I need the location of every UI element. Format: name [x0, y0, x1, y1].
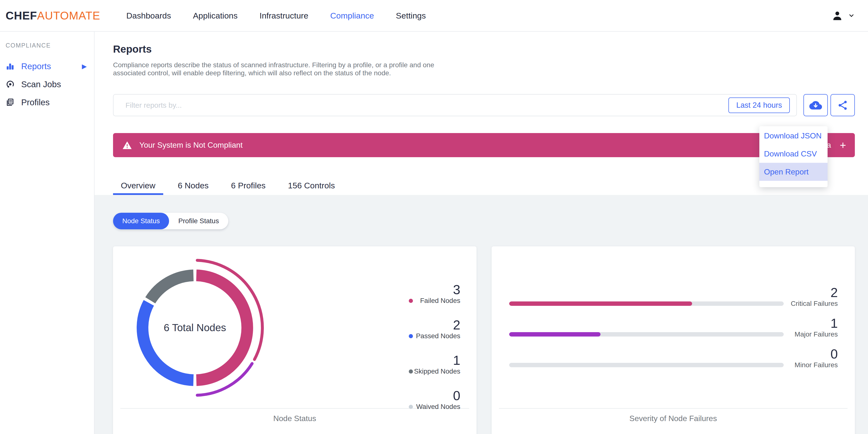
status-toggle: Node Status Profile Status — [113, 213, 228, 229]
menu-item-open-report[interactable]: Open Report — [760, 163, 828, 181]
download-report-button[interactable] — [803, 94, 828, 116]
sidebar-item-scan-jobs[interactable]: Scan Jobs — [6, 75, 94, 93]
filter-reports-input[interactable] — [125, 101, 728, 110]
reports-header-section: Reports Compliance reports describe the … — [95, 32, 868, 195]
failed-dot-icon — [409, 299, 413, 303]
overview-tab-content: Node Status Profile Status 6 Total Nodes… — [95, 195, 868, 434]
legend-item-skipped[interactable]: 1 Skipped Nodes — [409, 353, 460, 375]
critical-label: Critical Failures — [786, 300, 838, 308]
toggle-node-status[interactable]: Node Status — [113, 213, 169, 229]
logo-chef: CHEF — [6, 9, 37, 22]
page-description: Compliance reports describe the status o… — [113, 61, 447, 77]
legend-item-failed[interactable]: 3 Failed Nodes — [409, 282, 460, 305]
user-profile-icon — [831, 9, 844, 22]
waived-count: 0 — [409, 389, 460, 403]
top-navigation: Dashboards Applications Infrastructure C… — [116, 11, 437, 21]
sidebar-item-label: Reports — [21, 61, 51, 71]
nav-applications[interactable]: Applications — [182, 11, 248, 21]
tab-controls[interactable]: 156 Controls — [280, 176, 343, 195]
plus-icon: + — [840, 140, 846, 151]
sidebar-item-label: Scan Jobs — [21, 80, 61, 89]
warning-icon — [122, 141, 132, 150]
severity-card: 2 Critical Failures 1 Major Failures — [492, 246, 855, 434]
waived-dot-icon — [409, 405, 413, 409]
major-bar-track — [509, 332, 784, 337]
tab-overview[interactable]: Overview — [113, 176, 163, 195]
nav-settings[interactable]: Settings — [385, 11, 437, 21]
share-report-button[interactable] — [831, 94, 855, 116]
report-tabs: Overview 6 Nodes 6 Profiles 156 Controls — [113, 176, 855, 195]
sidebar-item-label: Profiles — [21, 97, 50, 107]
failed-label: Failed Nodes — [413, 297, 460, 305]
time-range-button[interactable]: Last 24 hours — [728, 97, 790, 113]
critical-bar-fill — [509, 302, 692, 306]
minor-count: 0 — [786, 347, 838, 361]
menu-item-download-json[interactable]: Download JSON — [760, 127, 828, 145]
critical-failures-row[interactable]: 2 Critical Failures — [509, 285, 838, 308]
filter-bar: Last 24 hours — [113, 94, 797, 116]
waived-label: Waived Nodes — [413, 403, 460, 411]
tab-profiles[interactable]: 6 Profiles — [223, 176, 273, 195]
sidebar-item-profiles[interactable]: Profiles — [6, 93, 94, 111]
nav-infrastructure[interactable]: Infrastructure — [248, 11, 319, 21]
legend-item-passed[interactable]: 2 Passed Nodes — [409, 318, 460, 340]
share-icon — [837, 100, 848, 111]
chef-automate-logo[interactable]: CHEFAUTOMATE — [6, 9, 100, 22]
page-title: Reports — [113, 43, 855, 56]
passed-dot-icon — [409, 334, 413, 338]
nav-dashboards[interactable]: Dashboards — [116, 11, 182, 21]
nav-compliance[interactable]: Compliance — [319, 11, 385, 21]
user-menu[interactable] — [831, 9, 855, 22]
critical-count: 2 — [786, 285, 838, 300]
profiles-stack-icon — [6, 98, 15, 107]
major-failures-row[interactable]: 1 Major Failures — [509, 316, 838, 339]
node-status-donut-chart[interactable]: 6 Total Nodes — [122, 255, 268, 401]
banner-message: Your System is Not Compliant — [140, 141, 243, 150]
failed-count: 3 — [409, 282, 460, 297]
minor-failures-row[interactable]: 0 Minor Failures — [509, 347, 838, 369]
cloud-download-icon — [809, 99, 822, 112]
sidebar-item-reports[interactable]: Reports ▶ — [6, 57, 94, 75]
passed-label: Passed Nodes — [413, 332, 460, 340]
skipped-label: Skipped Nodes — [413, 367, 460, 375]
sidebar: COMPLIANCE Reports ▶ Scan Jobs — [0, 32, 95, 434]
donut-center-label: 6 Total Nodes — [122, 255, 268, 401]
major-label: Major Failures — [786, 330, 838, 339]
bar-chart-icon — [6, 62, 15, 71]
menu-item-download-csv[interactable]: Download CSV — [760, 145, 828, 163]
toggle-profile-status[interactable]: Profile Status — [169, 213, 228, 229]
download-dropdown-menu: Download JSON Download CSV Open Report — [760, 126, 828, 187]
logo-automate: AUTOMATE — [37, 9, 100, 22]
chevron-down-icon — [848, 12, 855, 19]
passed-count: 2 — [409, 318, 460, 332]
tab-nodes[interactable]: 6 Nodes — [170, 176, 217, 195]
major-bar-fill — [509, 332, 601, 337]
minor-label: Minor Failures — [786, 361, 838, 369]
filter-row: Last 24 hours — [113, 94, 855, 116]
chevron-right-icon: ▶ — [82, 63, 87, 70]
sidebar-section-label: COMPLIANCE — [6, 42, 94, 49]
severity-bars-chart: 2 Critical Failures 1 Major Failures — [509, 246, 838, 408]
legend-item-waived[interactable]: 0 Waived Nodes — [409, 389, 460, 411]
scan-target-icon — [6, 80, 15, 89]
skipped-dot-icon — [409, 369, 413, 374]
major-count: 1 — [786, 316, 838, 330]
donut-legend: 3 Failed Nodes 2 Passed Nodes — [409, 282, 460, 424]
critical-bar-track — [509, 302, 784, 306]
node-status-card: 6 Total Nodes 3 Failed Nodes — [113, 246, 476, 434]
main-content: Reports Compliance reports describe the … — [95, 32, 868, 434]
skipped-count: 1 — [409, 353, 460, 367]
compliance-banner: Your System is Not Compliant Add Data + — [113, 133, 855, 157]
severity-caption: Severity of Node Failures — [492, 409, 855, 423]
minor-bar-track — [509, 363, 784, 367]
app-header: CHEFAUTOMATE Dashboards Applications Inf… — [0, 0, 868, 32]
